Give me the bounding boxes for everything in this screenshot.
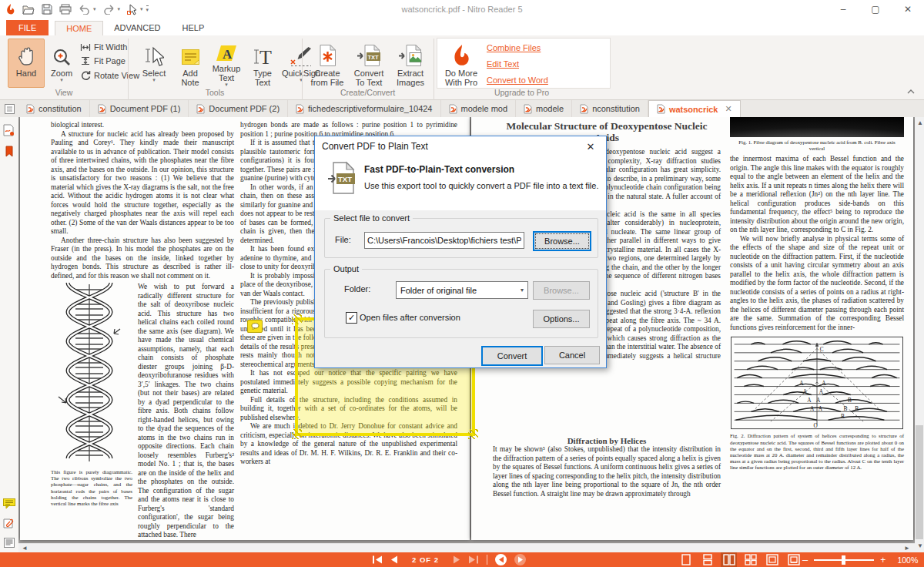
browse-output-button[interactable]: Browse... bbox=[533, 281, 590, 300]
create-from-file-button[interactable]: Create from File bbox=[306, 39, 348, 88]
undo-caret-icon[interactable]: ▾ bbox=[93, 6, 96, 12]
first-page-button[interactable] bbox=[372, 555, 383, 564]
convert-button[interactable]: Convert bbox=[481, 346, 543, 366]
extract-images-button[interactable]: Extract Images bbox=[390, 39, 431, 88]
combine-files-link[interactable]: Combine Files bbox=[487, 43, 541, 52]
select-tool-caret-icon[interactable]: ▾ bbox=[140, 6, 143, 12]
options-button[interactable]: Options... bbox=[533, 310, 590, 328]
document-tab-bar: constitution Document PDF (1) Document P… bbox=[0, 100, 924, 118]
rotate-view-icon bbox=[80, 70, 91, 80]
undo-icon[interactable] bbox=[79, 5, 90, 15]
do-more-with-pro-button[interactable]: Do More With Pro bbox=[440, 39, 482, 88]
signature-panel-icon[interactable] bbox=[2, 123, 15, 136]
doc-tab-document-pdf-2[interactable]: Document PDF (2) bbox=[189, 100, 288, 117]
maximize-button[interactable]: ▢ bbox=[859, 0, 892, 18]
pages-panel-icon[interactable] bbox=[0, 100, 18, 117]
select-button[interactable]: Select ▾ bbox=[136, 39, 172, 88]
doc-tab-constitution[interactable]: constitution bbox=[18, 100, 90, 117]
hand-label: Hand bbox=[16, 69, 36, 78]
scroll-up-icon[interactable]: ▲ bbox=[917, 119, 923, 128]
collapse-ribbon-icon[interactable] bbox=[907, 89, 915, 94]
zoom-out-icon[interactable]: – bbox=[802, 556, 808, 564]
tab-file[interactable]: FILE bbox=[6, 20, 49, 35]
page-indicator[interactable]: 2 OF 2 bbox=[412, 555, 439, 564]
close-button[interactable]: ✕ bbox=[892, 0, 924, 18]
zoom-slider-thumb[interactable] bbox=[842, 555, 845, 565]
add-note-button[interactable]: Add Note bbox=[174, 39, 206, 88]
left-col1-bottom: This figure is purely diagrammatic. The … bbox=[51, 283, 234, 540]
facing-pages-view-button[interactable] bbox=[721, 552, 737, 567]
tab-advanced[interactable]: ADVANCED bbox=[103, 21, 171, 35]
select-tool-icon[interactable] bbox=[127, 4, 137, 15]
redo-icon[interactable] bbox=[103, 5, 115, 15]
resize-handle-icon[interactable] bbox=[292, 314, 302, 324]
vertical-scrollbar-thumb[interactable] bbox=[916, 425, 923, 539]
previous-view-button[interactable] bbox=[495, 554, 507, 565]
zoom-button[interactable]: Zoom ▾ bbox=[45, 39, 79, 88]
fit-width-button[interactable]: Fit Width bbox=[80, 42, 127, 52]
resize-handle-icon[interactable] bbox=[468, 429, 478, 439]
presentation-view-button[interactable] bbox=[785, 552, 802, 567]
continuous-view-button[interactable] bbox=[699, 552, 715, 567]
doc-tab-document-pdf-1[interactable]: Document PDF (1) bbox=[90, 100, 189, 117]
doc-tab-nconstitution[interactable]: nconstitution bbox=[572, 100, 648, 117]
output-group-label: Output bbox=[330, 264, 362, 273]
customize-toolbar-icon[interactable]: ▾ bbox=[146, 5, 149, 13]
open-after-checkbox[interactable]: ✓ bbox=[346, 312, 357, 324]
file-path-input[interactable] bbox=[364, 232, 524, 249]
type-text-icon: T bbox=[253, 39, 273, 67]
type-text-button[interactable]: T Type Text bbox=[246, 39, 279, 88]
convert-to-word-link[interactable]: Convert to Word bbox=[487, 75, 548, 85]
extract-images-label: Extract Images bbox=[390, 69, 430, 87]
print-icon[interactable] bbox=[59, 4, 72, 15]
markup-text-button[interactable]: A Markup Text ▾ bbox=[206, 39, 246, 88]
ribbon-tab-bar: FILE HOME ADVANCED HELP bbox=[0, 18, 924, 35]
next-page-button[interactable] bbox=[453, 555, 460, 564]
redo-caret-icon[interactable]: ▾ bbox=[118, 6, 121, 12]
bookmarks-panel-icon[interactable] bbox=[2, 145, 15, 158]
close-tab-icon[interactable]: ✕ bbox=[725, 104, 732, 114]
attachments-panel-icon[interactable] bbox=[2, 517, 15, 530]
doc-tab-modele[interactable]: modele bbox=[516, 100, 572, 117]
dna-helix-diagram bbox=[51, 283, 128, 466]
tab-help[interactable]: HELP bbox=[172, 21, 216, 35]
doc-tab-label: nconstitution bbox=[592, 104, 640, 113]
cancel-button[interactable]: Cancel bbox=[544, 346, 600, 364]
last-page-button[interactable] bbox=[468, 555, 479, 564]
doc-tab-watsoncrick[interactable]: watsoncrick✕ bbox=[648, 100, 741, 117]
rotate-view-button[interactable]: Rotate View bbox=[80, 70, 139, 80]
dialog-close-icon[interactable]: ✕ bbox=[575, 136, 606, 156]
doc-tab-fichedescriptive[interactable]: fichedescriptiveformulaire_10424 bbox=[288, 100, 440, 117]
scroll-down-icon[interactable]: ▼ bbox=[917, 542, 923, 551]
fit-page-button[interactable]: Fit Page bbox=[80, 56, 126, 65]
fit-width-icon bbox=[80, 43, 91, 52]
minimize-button[interactable]: – bbox=[827, 0, 859, 18]
convert-to-text-button[interactable]: TXT Convert To Text bbox=[348, 39, 390, 88]
svg-text:T: T bbox=[259, 46, 272, 67]
pdf-doc-icon bbox=[449, 104, 457, 114]
note-annotation-icon[interactable] bbox=[247, 320, 263, 333]
tab-home[interactable]: HOME bbox=[55, 21, 103, 35]
save-icon[interactable] bbox=[42, 4, 52, 15]
single-page-view-button[interactable] bbox=[678, 552, 694, 567]
vertical-scrollbar[interactable]: ▲ ▼ bbox=[915, 117, 924, 552]
paragraph: Another three-chain structure has also b… bbox=[51, 237, 234, 281]
output-panel-icon[interactable] bbox=[2, 536, 15, 549]
previous-page-button[interactable] bbox=[390, 555, 398, 564]
browse-file-button[interactable]: Browse... bbox=[533, 231, 591, 251]
doc-tab-modele-mod[interactable]: modele mod bbox=[441, 100, 517, 117]
resize-handle-icon[interactable] bbox=[292, 429, 302, 439]
zoom-level: 100% bbox=[892, 555, 918, 565]
facing-continuous-view-button[interactable] bbox=[742, 552, 758, 567]
zoom-in-icon[interactable]: + bbox=[880, 556, 886, 564]
book-view-button[interactable] bbox=[764, 552, 780, 567]
folder-select[interactable]: Folder of original file ▾ bbox=[396, 281, 528, 299]
dialog-title-bar[interactable]: Convert PDF to Plain Text ✕ bbox=[315, 136, 606, 156]
next-view-button[interactable] bbox=[514, 554, 526, 565]
pdf-to-txt-icon: TXT bbox=[327, 161, 357, 195]
comments-panel-icon[interactable] bbox=[2, 497, 15, 510]
open-file-icon[interactable] bbox=[22, 5, 35, 15]
edit-text-link[interactable]: Edit Text bbox=[487, 59, 519, 69]
hand-button[interactable]: Hand bbox=[8, 39, 45, 88]
zoom-slider[interactable] bbox=[814, 559, 874, 561]
